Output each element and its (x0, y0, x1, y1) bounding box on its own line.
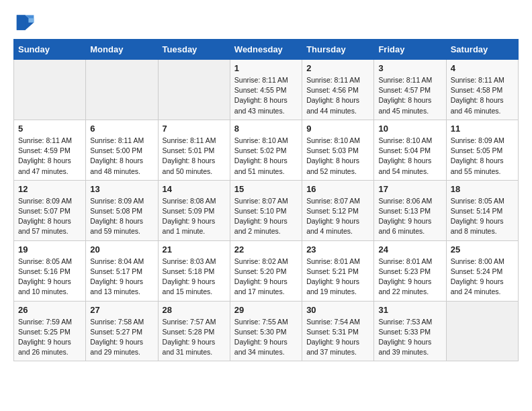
day-number: 28 (163, 305, 226, 315)
calendar-cell: 8Sunrise: 8:10 AM Sunset: 5:02 PM Daylig… (230, 120, 302, 180)
calendar-cell: 21Sunrise: 8:03 AM Sunset: 5:18 PM Dayli… (158, 240, 230, 301)
day-info: Sunrise: 8:11 AM Sunset: 4:57 PM Dayligh… (378, 75, 441, 116)
day-of-week-header: Thursday (302, 40, 374, 60)
day-info: Sunrise: 7:53 AM Sunset: 5:33 PM Dayligh… (378, 317, 441, 358)
calendar-cell: 4Sunrise: 8:11 AM Sunset: 4:58 PM Daylig… (446, 60, 518, 120)
calendar-cell: 14Sunrise: 8:08 AM Sunset: 5:09 PM Dayli… (158, 180, 230, 240)
calendar-week-row: 26Sunrise: 7:59 AM Sunset: 5:25 PM Dayli… (14, 301, 519, 361)
calendar-cell: 23Sunrise: 8:01 AM Sunset: 5:21 PM Dayli… (302, 240, 374, 301)
day-number: 16 (306, 184, 369, 194)
day-number: 6 (90, 124, 153, 134)
calendar-cell: 20Sunrise: 8:04 AM Sunset: 5:17 PM Dayli… (86, 240, 158, 301)
calendar-cell: 29Sunrise: 7:55 AM Sunset: 5:30 PM Dayli… (230, 301, 302, 361)
calendar-week-row: 1Sunrise: 8:11 AM Sunset: 4:55 PM Daylig… (14, 60, 519, 120)
day-of-week-header: Monday (86, 40, 158, 60)
day-number: 3 (378, 63, 441, 73)
day-info: Sunrise: 8:11 AM Sunset: 5:00 PM Dayligh… (90, 136, 153, 177)
calendar-cell: 28Sunrise: 7:57 AM Sunset: 5:28 PM Dayli… (158, 301, 230, 361)
day-info: Sunrise: 8:04 AM Sunset: 5:17 PM Dayligh… (90, 257, 153, 298)
calendar-cell: 19Sunrise: 8:05 AM Sunset: 5:16 PM Dayli… (14, 240, 86, 301)
day-info: Sunrise: 8:09 AM Sunset: 5:07 PM Dayligh… (18, 196, 81, 237)
calendar-cell: 12Sunrise: 8:09 AM Sunset: 5:07 PM Dayli… (14, 180, 86, 240)
day-of-week-header: Friday (374, 40, 446, 60)
calendar-cell: 1Sunrise: 8:11 AM Sunset: 4:55 PM Daylig… (230, 60, 302, 120)
day-of-week-header: Sunday (14, 40, 86, 60)
day-info: Sunrise: 8:11 AM Sunset: 4:59 PM Dayligh… (18, 136, 81, 177)
day-info: Sunrise: 8:08 AM Sunset: 5:09 PM Dayligh… (163, 196, 226, 237)
calendar-week-row: 5Sunrise: 8:11 AM Sunset: 4:59 PM Daylig… (14, 120, 519, 180)
calendar-cell: 30Sunrise: 7:54 AM Sunset: 5:31 PM Dayli… (302, 301, 374, 361)
calendar-cell (14, 60, 86, 120)
day-number: 20 (90, 244, 153, 255)
day-info: Sunrise: 7:57 AM Sunset: 5:28 PM Dayligh… (163, 317, 226, 358)
day-number: 17 (378, 184, 441, 194)
calendar-cell: 6Sunrise: 8:11 AM Sunset: 5:00 PM Daylig… (86, 120, 158, 180)
day-info: Sunrise: 8:05 AM Sunset: 5:16 PM Dayligh… (18, 257, 81, 298)
calendar-cell: 31Sunrise: 7:53 AM Sunset: 5:33 PM Dayli… (374, 301, 446, 361)
page: SundayMondayTuesdayWednesdayThursdayFrid… (0, 0, 532, 372)
day-number: 24 (378, 244, 441, 255)
day-number: 30 (306, 305, 369, 315)
calendar-cell (86, 60, 158, 120)
calendar-cell: 27Sunrise: 7:58 AM Sunset: 5:27 PM Dayli… (86, 301, 158, 361)
calendar-cell: 17Sunrise: 8:06 AM Sunset: 5:13 PM Dayli… (374, 180, 446, 240)
calendar-cell: 18Sunrise: 8:05 AM Sunset: 5:14 PM Dayli… (446, 180, 518, 240)
svg-rect-2 (17, 15, 26, 30)
day-info: Sunrise: 8:06 AM Sunset: 5:13 PM Dayligh… (378, 196, 441, 237)
day-of-week-header: Tuesday (158, 40, 230, 60)
day-number: 13 (90, 184, 153, 194)
calendar-week-row: 19Sunrise: 8:05 AM Sunset: 5:16 PM Dayli… (14, 240, 519, 301)
day-number: 7 (163, 124, 226, 134)
day-info: Sunrise: 8:09 AM Sunset: 5:08 PM Dayligh… (90, 196, 153, 237)
day-info: Sunrise: 7:55 AM Sunset: 5:30 PM Dayligh… (234, 317, 298, 358)
day-info: Sunrise: 7:54 AM Sunset: 5:31 PM Dayligh… (306, 317, 369, 358)
day-number: 4 (451, 63, 514, 73)
day-of-week-header: Saturday (446, 40, 518, 60)
calendar-cell: 10Sunrise: 8:10 AM Sunset: 5:04 PM Dayli… (374, 120, 446, 180)
day-number: 14 (163, 184, 226, 194)
day-number: 8 (234, 124, 298, 134)
calendar-cell: 16Sunrise: 8:07 AM Sunset: 5:12 PM Dayli… (302, 180, 374, 240)
calendar-cell: 5Sunrise: 8:11 AM Sunset: 4:59 PM Daylig… (14, 120, 86, 180)
svg-marker-3 (28, 18, 34, 22)
day-number: 25 (451, 244, 514, 255)
day-number: 26 (18, 305, 81, 315)
day-info: Sunrise: 8:01 AM Sunset: 5:23 PM Dayligh… (378, 257, 441, 298)
day-number: 11 (451, 124, 514, 134)
day-info: Sunrise: 8:02 AM Sunset: 5:20 PM Dayligh… (234, 257, 298, 298)
day-number: 9 (306, 124, 369, 134)
day-number: 18 (451, 184, 514, 194)
day-of-week-header: Wednesday (230, 40, 302, 60)
logo-icon (13, 11, 35, 32)
day-info: Sunrise: 8:11 AM Sunset: 4:55 PM Dayligh… (234, 75, 298, 116)
logo (13, 11, 38, 32)
calendar-cell: 9Sunrise: 8:10 AM Sunset: 5:03 PM Daylig… (302, 120, 374, 180)
calendar-cell (158, 60, 230, 120)
day-info: Sunrise: 8:09 AM Sunset: 5:05 PM Dayligh… (451, 136, 514, 177)
day-number: 2 (306, 63, 369, 73)
day-number: 31 (378, 305, 441, 315)
calendar-cell: 25Sunrise: 8:00 AM Sunset: 5:24 PM Dayli… (446, 240, 518, 301)
calendar-cell: 24Sunrise: 8:01 AM Sunset: 5:23 PM Dayli… (374, 240, 446, 301)
day-number: 15 (234, 184, 298, 194)
day-number: 12 (18, 184, 81, 194)
day-info: Sunrise: 8:03 AM Sunset: 5:18 PM Dayligh… (163, 257, 226, 298)
day-number: 19 (18, 244, 81, 255)
calendar-table: SundayMondayTuesdayWednesdayThursdayFrid… (13, 39, 519, 361)
day-number: 23 (306, 244, 369, 255)
day-info: Sunrise: 7:59 AM Sunset: 5:25 PM Dayligh… (18, 317, 81, 358)
day-info: Sunrise: 8:11 AM Sunset: 5:01 PM Dayligh… (163, 136, 226, 177)
calendar-cell: 15Sunrise: 8:07 AM Sunset: 5:10 PM Dayli… (230, 180, 302, 240)
day-number: 1 (234, 63, 298, 73)
day-info: Sunrise: 7:58 AM Sunset: 5:27 PM Dayligh… (90, 317, 153, 358)
calendar-cell: 3Sunrise: 8:11 AM Sunset: 4:57 PM Daylig… (374, 60, 446, 120)
day-info: Sunrise: 8:00 AM Sunset: 5:24 PM Dayligh… (451, 257, 514, 298)
calendar-cell: 22Sunrise: 8:02 AM Sunset: 5:20 PM Dayli… (230, 240, 302, 301)
header (13, 11, 519, 32)
calendar-cell: 13Sunrise: 8:09 AM Sunset: 5:08 PM Dayli… (86, 180, 158, 240)
calendar-cell (446, 301, 518, 361)
calendar-cell: 11Sunrise: 8:09 AM Sunset: 5:05 PM Dayli… (446, 120, 518, 180)
day-info: Sunrise: 8:11 AM Sunset: 4:58 PM Dayligh… (451, 75, 514, 116)
day-number: 29 (234, 305, 298, 315)
day-info: Sunrise: 8:07 AM Sunset: 5:10 PM Dayligh… (234, 196, 298, 237)
